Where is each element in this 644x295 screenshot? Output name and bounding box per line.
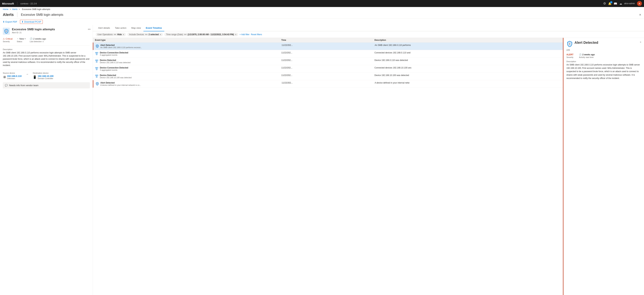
settings-icon[interactable]: ⚙ (603, 2, 606, 6)
detail-activity-text: 2 weeks ago (582, 54, 595, 56)
event-type-info-0: Alert Detected An SMB client 192.168.0.1… (100, 44, 142, 48)
svg-line-16 (97, 68, 98, 69)
monitor-icon: 🖥 (3, 75, 6, 79)
event-content-area: Event type Time Description ! (93, 38, 644, 295)
network-icon-1 (95, 52, 98, 56)
detail-severity: ALERT Severity (566, 54, 574, 58)
event-type-info-1: Device Connection Detected 4 aggregated … (100, 52, 128, 56)
tab-take-action[interactable]: Take action (112, 25, 129, 31)
event-type-cell-0: ! Alert Detected An SMB client 192.168.0… (96, 44, 282, 48)
event-type-name-4: Device Detected (100, 74, 132, 76)
reset-filters-button[interactable]: Reset filters (251, 33, 262, 36)
download-pcap-icon: ⬇ (22, 20, 24, 23)
svg-rect-9 (96, 62, 98, 62)
event-desc-0: An SMB client 192.168.0.110 performs (375, 44, 561, 48)
table-row[interactable]: Device Detected Device 192.168.10.100 wa… (93, 73, 563, 80)
filter-remove-2[interactable]: ✕ (160, 34, 161, 36)
filter-user-operations[interactable]: User Operations == Hide ✕ (96, 33, 126, 36)
filter-remove-1[interactable]: ✕ (123, 34, 124, 36)
svg-line-21 (97, 76, 98, 77)
filter-include-devices[interactable]: Include Devices == 2 selected ✕ (127, 33, 163, 36)
server-icon: 📱 (33, 75, 36, 79)
tab-alert-details[interactable]: Alert details (96, 25, 112, 31)
event-type-sub-3: 3 aggregated events (100, 69, 128, 71)
close-button[interactable]: × (639, 13, 641, 17)
avatar[interactable]: A (637, 1, 642, 6)
cloud-icon[interactable]: ☁ (619, 2, 622, 5)
page-title: Alerts (3, 12, 14, 17)
event-type-info-2: Device Detected Device 192.168.0.110 was… (100, 59, 130, 64)
alert-header: ! Excessive SMB login attempts Alert ID:… (3, 28, 90, 35)
table-row[interactable]: ! Alert Detected An SMB client 192.168.0… (93, 42, 563, 50)
table-row[interactable]: Device Detected Device 192.168.0.110 was… (93, 58, 563, 65)
breadcrumb-home[interactable]: Home (3, 8, 8, 10)
svg-line-5 (96, 53, 97, 54)
panel-collapse-button[interactable]: «» (88, 28, 90, 30)
detail-title: Alert Detected (574, 40, 598, 45)
breadcrumb-sep2: > (19, 8, 20, 10)
event-type-name-0: Alert Detected (100, 44, 142, 46)
filter-op-1: == (114, 33, 116, 36)
chevron-down-icon[interactable]: ▾ (25, 38, 26, 40)
breadcrumb-alerts[interactable]: Alerts (12, 8, 18, 10)
info-icon[interactable]: ℹ (43, 40, 44, 42)
clock-icon: 🕐 (30, 38, 32, 40)
book-icon[interactable]: 📖 (614, 2, 617, 5)
right-panel: Alert details Take action Map view Event… (93, 25, 644, 295)
status-dots-icon: ✦ (17, 38, 19, 40)
tab-map-view[interactable]: Map view (129, 25, 144, 31)
table-row[interactable]: Device Connection Detected 3 aggregated … (93, 65, 563, 73)
event-desc-4: Device 192.168.10.100 was detected (374, 74, 561, 78)
comment-section[interactable]: 💬 Needs info from vendor team (3, 82, 90, 88)
event-type-cell-1: Device Connection Detected 4 aggregated … (95, 52, 281, 56)
source-ip[interactable]: 192.168.0.110 (7, 75, 22, 78)
svg-rect-4 (96, 54, 98, 55)
svg-rect-14 (96, 69, 98, 70)
download-pcap-button[interactable]: ⬇ Download PCAP (20, 20, 43, 24)
filter-op-2: == (145, 33, 148, 36)
filter-op-3: == (184, 33, 186, 36)
svg-text:!: ! (97, 83, 98, 84)
warning-icon: ⚠ (3, 38, 5, 40)
toolbar: ⬇ Export PDF ⬇ Download PCAP (0, 19, 644, 25)
detail-number: 225 (566, 49, 641, 51)
alert-title-block: Excessive SMB login attempts Alert ID: 2… (12, 28, 55, 34)
alert-detected-icon-5: ! (96, 82, 99, 86)
username-label: alice-admin (624, 2, 635, 5)
event-type-sub-0: An SMB client 192.168.0.110 performs exc… (100, 46, 142, 48)
svg-rect-8 (97, 60, 98, 61)
add-filter-button[interactable]: + Add filter (240, 33, 250, 36)
svg-line-20 (96, 76, 97, 77)
filter-remove-3[interactable]: ✕ (235, 34, 236, 36)
tab-event-timeline[interactable]: Event Timeline (144, 25, 164, 31)
brand-logo: Microsoft (2, 2, 14, 5)
svg-text:!: ! (97, 45, 98, 47)
detail-collapse-button[interactable]: » (640, 40, 641, 43)
page-subtitle: Excessive SMB login attempts (21, 13, 63, 17)
top-navigation: Microsoft contoso - 22.2.6 ⚙ 🔔 0 📖 ☁ ali… (0, 0, 644, 7)
destination-device-block: Destination device 📱 192.168.10.100 Doma… (33, 72, 54, 80)
filter-time-range[interactable]: Time range (Date) == (1/1/1970, 2:00:00 … (164, 33, 238, 36)
export-pdf-button[interactable]: ⬇ Export PDF (3, 20, 17, 23)
notification-badge: 0 (610, 1, 612, 4)
description-text: An SMB client 192.168.0.110 performs exc… (3, 51, 90, 67)
download-pcap-label: Download PCAP (24, 20, 41, 23)
event-type-sub-2: Device 192.168.0.110 was detected (100, 62, 130, 64)
notifications-icon[interactable]: 🔔 0 (608, 2, 612, 5)
filter-val-2: 2 selected (148, 33, 159, 36)
table-row[interactable]: ! Alert Detected A device defined in you… (93, 80, 563, 88)
filter-val-3: (1/1/1970, 2:00:00 AM - 11/22/2022, 3:54… (188, 33, 234, 36)
source-device-info: 🖥 192.168.0.110 Unknown (3, 75, 22, 80)
svg-rect-13 (97, 68, 98, 68)
col-time: Time (281, 39, 374, 41)
svg-line-10 (96, 61, 97, 62)
detail-desc-text: An SMB client 192.168.0.110 performs exc… (566, 63, 641, 80)
svg-rect-18 (97, 75, 98, 76)
severity-meta: ⚠ Critical Severity (3, 38, 12, 42)
event-type-info-5: Alert Detected A device defined in your … (100, 82, 141, 86)
comment-text: Needs info from vendor team (9, 84, 38, 87)
export-pdf-label: Export PDF (6, 20, 17, 23)
destination-ip[interactable]: 192.168.10.100 (38, 75, 54, 78)
status-value[interactable]: ✦ New ▾ (17, 38, 26, 40)
table-row[interactable]: Device Connection Detected 4 aggregated … (93, 50, 563, 58)
